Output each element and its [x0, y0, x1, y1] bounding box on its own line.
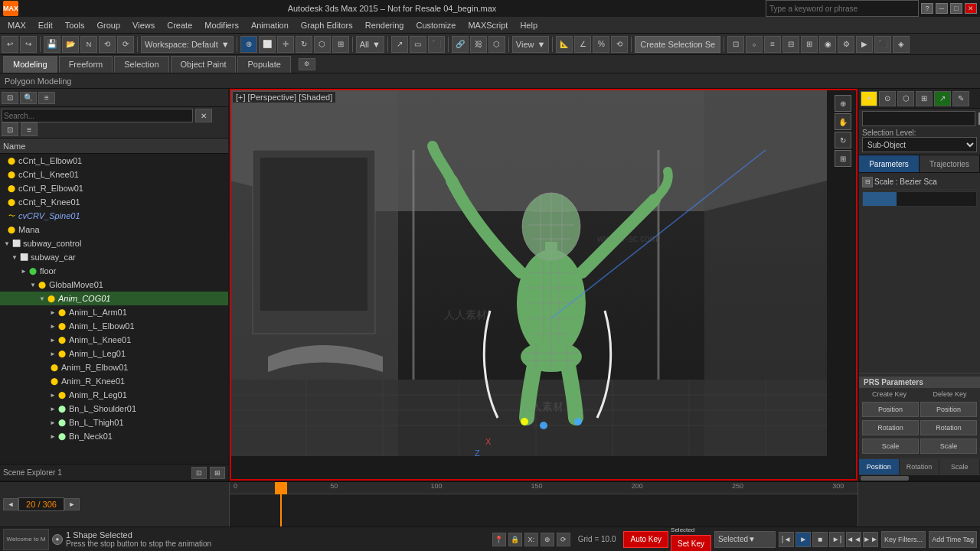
menu-views[interactable]: Views	[126, 19, 161, 31]
add-time-tag-btn[interactable]: Add Time Tag	[929, 531, 977, 548]
tl-prev-btn[interactable]: ◄	[3, 498, 18, 510]
tree-item-Anim_R_Knee01[interactable]: ⬤ Anim_R_Knee01	[0, 374, 228, 388]
bind-btn[interactable]: ⬡	[488, 36, 505, 53]
title-search[interactable]	[766, 0, 919, 17]
filter-dropdown[interactable]: All ▼	[356, 36, 384, 53]
create-position-btn[interactable]: Position	[862, 402, 919, 417]
help-btn[interactable]: ?	[921, 3, 933, 14]
scene-search-btn[interactable]: 🔍	[20, 92, 37, 104]
menu-customize[interactable]: Customize	[410, 19, 462, 31]
tab-freeform[interactable]: Freeform	[59, 56, 113, 73]
vp-maximize-btn[interactable]: ⊞	[835, 150, 851, 167]
rp-scroll-thumb[interactable]	[861, 476, 909, 481]
status-icon-magnet[interactable]: 📍	[492, 533, 506, 546]
rp-scrollbar[interactable]	[859, 474, 980, 481]
vp-orbit-btn[interactable]: ↻	[835, 132, 851, 148]
render-setup-btn[interactable]: ⚙	[838, 36, 854, 53]
expand-arrow[interactable]: ►	[20, 267, 28, 275]
redo-btn[interactable]: ↪	[20, 36, 37, 53]
window-crossing-btn[interactable]: ⬛	[428, 36, 445, 53]
search-options-btn[interactable]: ⊡	[2, 122, 18, 136]
create-rotation-btn[interactable]: Rotation	[862, 420, 919, 435]
percent-snap-btn[interactable]: %	[593, 36, 609, 53]
tree-item-Bn_L_Shoulder01[interactable]: ► ⬤ Bn_L_Shoulder01	[0, 402, 228, 416]
ref-coord-btn[interactable]: ⊞	[332, 36, 349, 53]
play-btn[interactable]: ►	[795, 532, 811, 547]
delete-rotation-btn[interactable]: Rotation	[920, 420, 977, 435]
min-btn[interactable]: ─	[936, 3, 948, 14]
menu-maxscript[interactable]: MAXScript	[462, 19, 514, 31]
menu-animation[interactable]: Animation	[245, 19, 295, 31]
material-editor-btn[interactable]: ◉	[819, 36, 836, 53]
expand-arrow[interactable]: ▼	[29, 281, 37, 289]
frame-input[interactable]	[18, 497, 64, 511]
rp-tab-trajectories[interactable]: Trajectories	[920, 155, 980, 172]
search-filter-btn[interactable]: ≡	[21, 122, 38, 136]
stop-btn[interactable]: ■	[812, 532, 828, 547]
status-icon-anim[interactable]: ⟳	[557, 533, 570, 546]
tl-next-btn[interactable]: ►	[64, 498, 80, 510]
expand-arrow[interactable]: ▼	[11, 253, 18, 261]
tree-item-floor[interactable]: ► ⬤ floor	[0, 264, 228, 278]
tree-item-Anim_L_Leg01[interactable]: ► ⬤ Anim_L_Leg01	[0, 347, 228, 360]
tab-populate[interactable]: Populate	[237, 56, 290, 73]
tree-item-Anim_L_Arm01[interactable]: ► ⬤ Anim_L_Arm01	[0, 305, 228, 319]
snap-btn[interactable]: 📐	[556, 36, 573, 53]
rp-icon4[interactable]: ⊞	[916, 91, 933, 106]
menu-max[interactable]: MAX	[2, 19, 32, 31]
view-dropdown[interactable]: View ▼	[512, 36, 550, 53]
undo2-btn[interactable]: ⟲	[99, 36, 116, 53]
render-btn[interactable]: ▶	[856, 36, 873, 53]
align-btn[interactable]: ≡	[764, 36, 781, 53]
undo-btn[interactable]: ↩	[2, 36, 18, 53]
scene-search-input[interactable]	[2, 109, 193, 122]
expand-arrow[interactable]: ►	[49, 391, 57, 399]
rotate-btn[interactable]: ↻	[296, 36, 312, 53]
next-frame-btn[interactable]: ►|	[829, 532, 844, 547]
expand-arrow[interactable]: ►	[49, 432, 57, 440]
menu-tools[interactable]: Tools	[59, 19, 91, 31]
rp-icon2[interactable]: ⊙	[879, 91, 896, 106]
menu-edit[interactable]: Edit	[32, 19, 59, 31]
rp-bottom-position[interactable]: Position	[859, 459, 900, 474]
tree-item-GlobalMove01[interactable]: ▼ ⬤ GlobalMove01	[0, 278, 228, 292]
key-filters-btn[interactable]: Key Filters...	[881, 531, 926, 548]
link-btn[interactable]: 🔗	[452, 36, 469, 53]
schematic-btn[interactable]: ⊞	[801, 36, 818, 53]
workspace-dropdown[interactable]: Workspace: Default ▼	[141, 36, 234, 53]
tree-item-Anim_R_Elbow01[interactable]: ⬤ Anim_R_Elbow01	[0, 360, 228, 374]
menu-graph-editors[interactable]: Graph Editors	[295, 19, 359, 31]
tree-item-cvCRV_Spine01[interactable]: 〜 cvCRV_Spine01	[0, 209, 228, 223]
rp-tab-parameters[interactable]: Parameters	[859, 155, 920, 172]
save-btn[interactable]: 💾	[44, 36, 60, 53]
vp-pan-btn[interactable]: ✋	[835, 113, 851, 130]
prev-frame-btn[interactable]: |◄	[779, 532, 794, 547]
create-selection-btn[interactable]: Create Selection Se	[635, 36, 720, 53]
search-clear-btn[interactable]: ✕	[195, 109, 212, 122]
expand-arrow[interactable]: ►	[49, 405, 57, 412]
expand-arrow[interactable]: ►	[49, 350, 57, 357]
tree-item-cCnt_L_Knee01[interactable]: ⬤ cCnt_L_Knee01	[0, 168, 228, 181]
move-btn[interactable]: ✛	[277, 36, 294, 53]
delete-position-btn[interactable]: Position	[920, 402, 977, 417]
angle-snap-btn[interactable]: ∠	[574, 36, 591, 53]
expand-arrow[interactable]: ▼	[3, 240, 11, 247]
tree-item-cCnt_R_Elbow01[interactable]: ⬤ cCnt_R_Elbow01	[0, 181, 228, 195]
tree-item-Anim_L_Elbow01[interactable]: ► ⬤ Anim_L_Elbow01	[0, 319, 228, 333]
tree-item-Anim_R_Leg01[interactable]: ► ⬤ Anim_R_Leg01	[0, 388, 228, 402]
timeline-track[interactable]: 0 50 100 150 200 250 300	[230, 482, 858, 527]
scene-tree[interactable]: ⬤ cCnt_L_Elbow01 ⬤ cCnt_L_Knee01 ⬤ cCnt_…	[0, 154, 228, 464]
tree-item-Anim_L_Knee01[interactable]: ► ⬤ Anim_L_Knee01	[0, 333, 228, 347]
active-shade-btn[interactable]: ◈	[893, 36, 910, 53]
tree-item-Anim_COG01[interactable]: ▼ ⬤ Anim_COG01	[0, 292, 228, 305]
scene-sort-btn[interactable]: ≡	[38, 92, 55, 104]
next-key-btn[interactable]: ►►	[863, 532, 878, 547]
named-sel-btn[interactable]: ⊡	[727, 36, 744, 53]
tree-item-cCnt_R_Knee01[interactable]: ⬤ cCnt_R_Knee01	[0, 195, 228, 209]
expand-arrow[interactable]: ►	[49, 322, 57, 330]
scale-btn[interactable]: ⬡	[314, 36, 331, 53]
mirror-btn[interactable]: ⬦	[746, 36, 763, 53]
new-btn[interactable]: N	[80, 36, 97, 53]
expand-arrow[interactable]: ►	[49, 308, 57, 316]
menu-create[interactable]: Create	[161, 19, 198, 31]
